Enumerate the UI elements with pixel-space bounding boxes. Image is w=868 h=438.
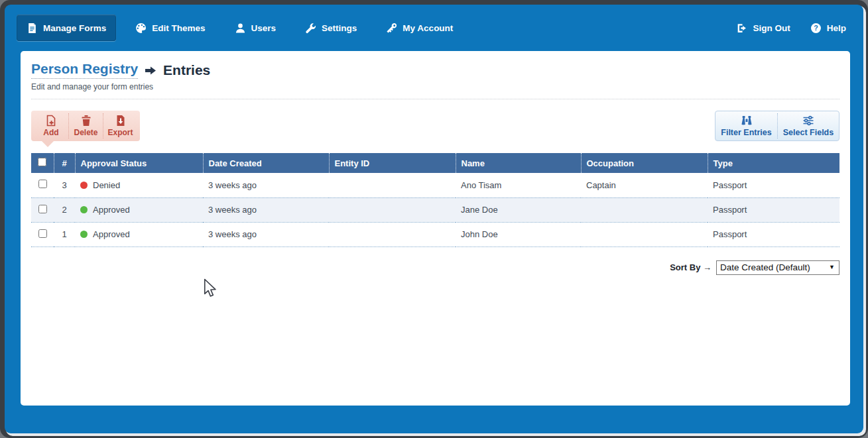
date-created-cell: 3 weeks ago — [203, 173, 329, 197]
occupation-cell: Captain — [581, 173, 708, 197]
row-checkbox[interactable] — [38, 180, 47, 188]
nav-edit-themes[interactable]: Edit Themes — [125, 15, 215, 41]
delete-button[interactable]: Delete — [68, 113, 103, 138]
svg-text:?: ? — [814, 24, 818, 32]
select-all-checkbox[interactable] — [38, 158, 46, 166]
sort-by-select[interactable]: Date Created (Default) — [716, 260, 839, 275]
date-created-cell: 3 weeks ago — [203, 197, 329, 222]
column-header-approval-status: Approval Status — [75, 153, 203, 173]
status-dot — [80, 206, 88, 213]
nav-right-group: Sign Out ? Help — [736, 15, 846, 41]
sliders-icon — [802, 115, 814, 127]
occupation-cell — [581, 222, 708, 246]
table-row: 3 Denied 3 weeks ago Ano Tisam Captain P… — [31, 173, 839, 197]
name-cell: Ano Tisam — [456, 173, 581, 197]
entry-actions-group: Add Delete Export — [31, 111, 140, 141]
right-arrow-glyph: → — [703, 262, 712, 272]
column-header-number: # — [54, 153, 75, 173]
type-cell: Passport — [708, 173, 839, 197]
content-panel: Person Registry Entries Edit and manage … — [21, 51, 850, 406]
type-cell: Passport — [708, 197, 839, 222]
binoculars-icon — [741, 115, 753, 127]
view-options-group: Filter Entries Select Fields — [715, 111, 839, 141]
nav-help[interactable]: ? Help — [810, 15, 846, 41]
sort-select-wrap: Date Created (Default) ▼ — [716, 260, 839, 275]
window-frame: Manage Forms Edit Themes Users — [0, 0, 868, 438]
status-cell: Denied — [75, 173, 203, 197]
key-icon — [386, 23, 397, 34]
column-header-occupation: Occupation — [581, 153, 708, 173]
export-button[interactable]: Export — [103, 113, 137, 138]
table-header-row: # Approval Status Date Created Entity ID… — [31, 153, 839, 173]
document-icon — [27, 23, 38, 34]
nav-settings[interactable]: Settings — [295, 15, 367, 41]
add-entry-icon — [45, 115, 57, 127]
status-label: Approved — [93, 229, 130, 239]
nav-label: Help — [827, 23, 846, 33]
sort-by-label: Sort By → — [670, 262, 712, 272]
nav-users[interactable]: Users — [225, 15, 286, 41]
app-background: Manage Forms Edit Themes Users — [5, 5, 863, 433]
nav-sign-out[interactable]: Sign Out — [736, 15, 790, 41]
table-row: 2 Approved 3 weeks ago Jane Doe Passport — [31, 197, 839, 222]
sign-out-icon — [736, 23, 747, 34]
page-subtitle: Edit and manage your form entries — [31, 82, 839, 91]
button-label: Select Fields — [783, 128, 834, 137]
nav-my-account[interactable]: My Account — [376, 15, 463, 41]
row-checkbox[interactable] — [38, 205, 47, 213]
status-label: Denied — [93, 180, 120, 190]
occupation-cell — [581, 197, 708, 222]
nav-manage-forms[interactable]: Manage Forms — [17, 15, 116, 41]
breadcrumb-form-link[interactable]: Person Registry — [31, 61, 138, 79]
trash-icon — [80, 115, 92, 127]
breadcrumb-arrow-icon — [145, 66, 156, 75]
nav-label: My Account — [403, 23, 453, 33]
entity-id-cell — [329, 173, 456, 197]
column-header-type: Type — [708, 153, 839, 173]
nav-label: Edit Themes — [152, 23, 205, 33]
row-number: 2 — [54, 197, 75, 222]
date-created-cell: 3 weeks ago — [203, 222, 329, 246]
type-cell: Passport — [708, 222, 839, 246]
header-divider — [31, 99, 839, 99]
row-number: 3 — [54, 173, 75, 197]
nav-label: Users — [251, 23, 277, 33]
nav-label: Sign Out — [753, 23, 790, 33]
button-label: Delete — [74, 128, 97, 137]
nav-label: Settings — [322, 23, 357, 33]
column-header-entity-id: Entity ID — [329, 153, 456, 173]
palette-icon — [135, 23, 147, 34]
help-icon: ? — [810, 23, 822, 34]
sort-row: Sort By → Date Created (Default) ▼ — [31, 260, 839, 275]
status-dot — [80, 182, 88, 189]
select-fields-button[interactable]: Select Fields — [777, 113, 839, 138]
button-label: Add — [43, 128, 58, 137]
button-label: Export — [107, 128, 133, 137]
entity-id-cell — [329, 222, 456, 246]
entries-toolbar: Add Delete Export — [31, 111, 839, 141]
button-label: Filter Entries — [721, 128, 771, 137]
page-title: Entries — [163, 62, 210, 78]
entity-id-cell — [329, 197, 456, 222]
main-navbar: Manage Forms Edit Themes Users — [5, 5, 863, 47]
status-cell: Approved — [75, 197, 203, 222]
table-row: 1 Approved 3 weeks ago John Doe Passport — [31, 222, 839, 246]
status-cell: Approved — [75, 222, 203, 246]
export-icon — [115, 115, 127, 127]
nav-label: Manage Forms — [43, 23, 106, 33]
column-header-name: Name — [456, 153, 581, 173]
user-icon — [235, 23, 246, 34]
entries-table: # Approval Status Date Created Entity ID… — [31, 153, 839, 247]
nav-left-group: Manage Forms Edit Themes Users — [17, 15, 463, 41]
name-cell: Jane Doe — [456, 197, 581, 222]
add-button[interactable]: Add — [34, 113, 68, 138]
row-number: 1 — [54, 222, 75, 246]
status-dot — [80, 231, 88, 238]
name-cell: John Doe — [456, 222, 581, 246]
column-header-date-created: Date Created — [203, 153, 329, 173]
status-label: Approved — [93, 205, 130, 215]
wrench-icon — [305, 23, 316, 34]
filter-entries-button[interactable]: Filter Entries — [715, 113, 777, 138]
breadcrumb: Person Registry Entries — [31, 61, 839, 79]
row-checkbox[interactable] — [38, 229, 47, 238]
